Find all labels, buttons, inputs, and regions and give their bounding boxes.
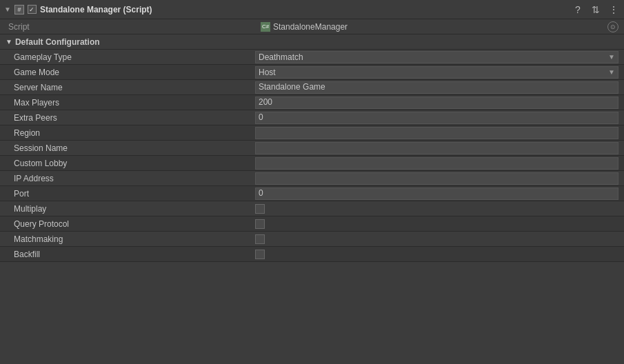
- title-bar: ▼ # Standalone Manager (Script) ? ⇅ ⋮: [0, 0, 624, 19]
- prop-row: Session Name: [0, 141, 624, 156]
- prop-row: Max Players200: [0, 95, 624, 110]
- text-input[interactable]: Standalone Game: [255, 81, 618, 94]
- prop-row: Matchmaking: [0, 232, 624, 247]
- prop-label: Server Name: [14, 83, 255, 92]
- help-icon[interactable]: ?: [572, 3, 584, 16]
- title-bar-controls: ? ⇅ ⋮: [572, 3, 620, 16]
- title-bar-left: ▼ # Standalone Manager (Script): [4, 5, 572, 14]
- prop-label: Extra Peers: [14, 113, 255, 123]
- prop-value: [255, 157, 618, 170]
- prop-label: IP Address: [14, 174, 255, 183]
- checkbox[interactable]: [255, 250, 265, 259]
- prop-value: 200: [255, 97, 618, 109]
- text-input[interactable]: [255, 127, 618, 139]
- text-input[interactable]: 200: [255, 97, 618, 109]
- prop-value: [255, 127, 618, 139]
- prop-label: Max Players: [14, 98, 255, 108]
- checkbox-wrap: [255, 250, 265, 259]
- section-collapse-icon: ▼: [6, 38, 12, 46]
- prop-label: Session Name: [14, 143, 255, 153]
- prop-label: Multiplay: [14, 204, 255, 214]
- script-value: C# StandaloneManager ⊙: [261, 21, 618, 32]
- script-row: Script C# StandaloneManager ⊙: [0, 19, 624, 34]
- checkbox-wrap: [255, 204, 265, 214]
- text-input[interactable]: [255, 157, 618, 170]
- text-input[interactable]: 0: [255, 112, 618, 124]
- checkbox-wrap: [255, 234, 265, 244]
- prop-value: [255, 204, 618, 214]
- script-type-icon: C#: [261, 22, 270, 32]
- prop-row: Multiplay: [0, 201, 624, 216]
- checkbox[interactable]: [255, 234, 265, 244]
- presets-icon[interactable]: ⇅: [590, 3, 602, 16]
- prop-value: Deathmatch▼: [255, 51, 618, 63]
- prop-label: Query Protocol: [14, 219, 255, 229]
- component-icon-label: #: [17, 6, 21, 13]
- enabled-checkbox[interactable]: [28, 5, 37, 14]
- text-input[interactable]: [255, 172, 618, 185]
- prop-value: [255, 172, 618, 185]
- section-title: Default Configuration: [15, 37, 100, 47]
- script-label: Script: [6, 22, 261, 32]
- text-input[interactable]: [255, 142, 618, 154]
- checkbox[interactable]: [255, 204, 265, 214]
- prop-label: Port: [14, 189, 255, 199]
- prop-label: Matchmaking: [14, 234, 255, 244]
- prop-row: Port0: [0, 186, 624, 201]
- prop-value: [255, 250, 618, 259]
- prop-label: Custom Lobby: [14, 159, 255, 168]
- more-options-icon[interactable]: ⋮: [607, 3, 620, 16]
- prop-value: 0: [255, 188, 618, 200]
- prop-label: Backfill: [14, 250, 255, 259]
- dropdown[interactable]: Host▼: [255, 66, 618, 79]
- prop-row: Region: [0, 125, 624, 141]
- prop-row: Game ModeHost▼: [0, 65, 624, 80]
- collapse-arrow-icon[interactable]: ▼: [4, 6, 11, 13]
- prop-row: IP Address: [0, 171, 624, 186]
- prop-row: Query Protocol: [0, 216, 624, 232]
- dropdown[interactable]: Deathmatch▼: [255, 51, 618, 63]
- checkbox-wrap: [255, 219, 265, 229]
- prop-row: Gameplay TypeDeathmatch▼: [0, 50, 624, 65]
- text-input[interactable]: 0: [255, 188, 618, 200]
- prop-value: 0: [255, 112, 618, 124]
- script-name[interactable]: StandaloneManager: [273, 22, 348, 32]
- prop-value: [255, 142, 618, 154]
- component-icon: #: [14, 5, 24, 14]
- target-icon[interactable]: ⊙: [607, 21, 618, 32]
- prop-value: [255, 219, 618, 229]
- prop-row: Extra Peers0: [0, 110, 624, 125]
- prop-label: Region: [14, 128, 255, 138]
- prop-row: Backfill: [0, 247, 624, 262]
- checkbox[interactable]: [255, 219, 265, 229]
- properties-container: Gameplay TypeDeathmatch▼Game ModeHost▼Se…: [0, 50, 624, 262]
- prop-row: Server NameStandalone Game: [0, 80, 624, 95]
- prop-row: Custom Lobby: [0, 156, 624, 171]
- prop-value: Host▼: [255, 66, 618, 79]
- section-header[interactable]: ▼ Default Configuration: [0, 34, 624, 50]
- prop-value: [255, 234, 618, 244]
- window-title: Standalone Manager (Script): [40, 5, 152, 14]
- prop-label: Game Mode: [14, 68, 255, 77]
- prop-value: Standalone Game: [255, 81, 618, 94]
- prop-label: Gameplay Type: [14, 52, 255, 62]
